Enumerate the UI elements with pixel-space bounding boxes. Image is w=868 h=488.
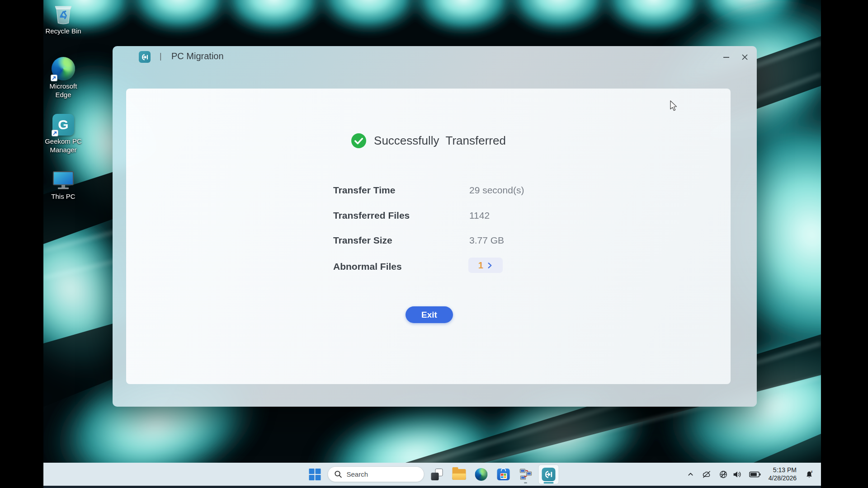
network-computers-icon	[519, 468, 533, 481]
success-row: Successfully Transferred	[126, 133, 731, 149]
window-title: PC Migration	[171, 51, 224, 61]
shortcut-arrow-icon	[52, 130, 58, 136]
task-view-icon	[431, 469, 443, 480]
abnormal-files-badge[interactable]: 1	[468, 258, 503, 273]
close-button[interactable]	[737, 51, 752, 63]
success-check-icon	[351, 133, 367, 149]
tray-time: 5:13 PM	[773, 466, 797, 474]
task-view-button[interactable]	[428, 465, 447, 484]
shortcut-arrow-icon	[51, 75, 57, 81]
detail-label: Abnormal Files	[333, 261, 402, 272]
detail-row-transfer-size: Transfer Size 3.77 GB	[333, 233, 392, 248]
notifications-button[interactable]: z	[802, 466, 816, 483]
battery-icon	[749, 471, 761, 478]
speaker-icon	[732, 470, 742, 479]
close-icon	[741, 54, 748, 61]
taskbar: Search	[43, 463, 821, 488]
cloud-slash-icon	[702, 470, 712, 479]
file-explorer-button[interactable]	[450, 465, 469, 484]
titlebar-separator: |	[160, 52, 162, 61]
detail-label: Transfer Size	[333, 235, 392, 246]
globe-no-internet-icon	[719, 470, 728, 479]
desktop-icon-this-pc[interactable]: This PC	[43, 171, 86, 201]
pc-migration-app-icon	[139, 51, 151, 63]
taskbar-search-input[interactable]: Search	[328, 466, 425, 482]
pc-migration-window: | PC Migration Successfully Transferr	[113, 46, 757, 407]
geekom-pc-manager-icon: G	[52, 114, 74, 136]
battery-button[interactable]	[747, 466, 763, 483]
result-panel: Successfully Transferred Transfer Time 2…	[126, 89, 731, 384]
minimize-button[interactable]	[718, 51, 734, 63]
abnormal-files-count: 1	[478, 260, 483, 271]
running-app-indicator	[524, 482, 527, 483]
detail-label: Transferred Files	[333, 210, 410, 221]
desktop-icon-label: Geekom PC Manager	[43, 137, 86, 155]
network-status-button[interactable]	[717, 466, 729, 483]
svg-text:z: z	[811, 469, 813, 474]
search-icon	[335, 470, 342, 478]
active-app-indicator	[544, 482, 554, 483]
recycle-bin-icon	[53, 3, 74, 25]
desktop-icon-geekom-pc-manager[interactable]: G Geekom PC Manager	[43, 114, 86, 155]
search-placeholder: Search	[347, 470, 368, 478]
microsoft-store-button[interactable]	[494, 465, 513, 484]
taskbar-clock[interactable]: 5:13 PM 4/28/2026	[766, 466, 799, 482]
windows-start-icon	[309, 469, 321, 480]
desktop: Recycle Bin Microsoft Edge G Geekom PC M…	[43, 0, 821, 488]
migration-agent-button[interactable]	[516, 465, 535, 484]
desktop-icon-microsoft-edge[interactable]: Microsoft Edge	[43, 57, 86, 99]
bell-do-not-disturb-icon: z	[804, 469, 814, 479]
detail-row-transfer-time: Transfer Time 29 second(s)	[333, 183, 395, 198]
volume-button[interactable]	[731, 466, 744, 483]
minimize-icon	[723, 54, 730, 61]
microsoft-store-icon	[497, 469, 510, 480]
desktop-icon-label: Microsoft Edge	[43, 82, 86, 99]
microsoft-edge-icon	[475, 468, 488, 481]
window-titlebar[interactable]: | PC Migration	[113, 46, 757, 68]
detail-value: 29 second(s)	[469, 185, 524, 196]
edge-taskbar-button[interactable]	[472, 465, 491, 484]
edge-icon	[52, 57, 75, 80]
detail-row-abnormal-files: Abnormal Files 1	[333, 259, 402, 274]
chevron-up-icon	[687, 470, 694, 478]
detail-label: Transfer Time	[333, 185, 395, 196]
tray-chevron-button[interactable]	[684, 466, 697, 483]
success-message: Successfully Transferred	[374, 134, 506, 148]
onedrive-status-button[interactable]	[699, 466, 714, 483]
detail-value: 3.77 GB	[469, 235, 504, 246]
file-explorer-icon	[453, 469, 466, 480]
screen: Recycle Bin Microsoft Edge G Geekom PC M…	[0, 0, 868, 488]
tray-date: 4/28/2026	[769, 474, 797, 483]
start-button[interactable]	[306, 465, 325, 484]
pc-migration-app-icon	[542, 468, 556, 481]
detail-row-transferred-files: Transferred Files 1142	[333, 208, 410, 223]
this-pc-icon	[52, 171, 75, 191]
desktop-icon-label: This PC	[51, 192, 75, 201]
mouse-cursor	[669, 100, 679, 112]
exit-button[interactable]: Exit	[406, 306, 453, 323]
desktop-icon-label: Recycle Bin	[45, 27, 81, 36]
pc-migration-taskbar-button[interactable]	[538, 465, 559, 484]
chevron-right-icon	[487, 262, 493, 269]
desktop-icon-recycle-bin[interactable]: Recycle Bin	[43, 3, 86, 36]
detail-value: 1142	[469, 210, 490, 221]
